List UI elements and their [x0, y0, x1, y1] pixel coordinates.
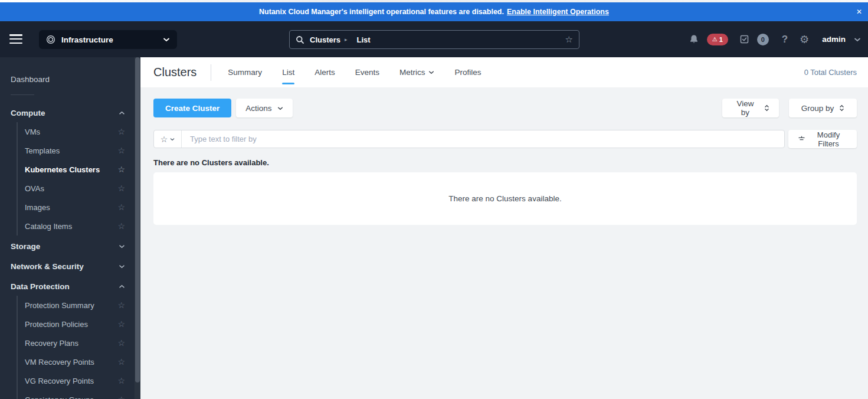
sidebar-nav: Dashboard Compute VMs ☆ Templates ☆ Kube… — [0, 57, 135, 399]
chevron-down-icon — [163, 37, 170, 42]
bell-icon[interactable] — [689, 34, 699, 44]
group-by-dropdown[interactable]: Group by — [789, 99, 857, 117]
warning-triangle-icon: ⚠ — [712, 37, 718, 42]
filter-bar: ☆ — [153, 130, 785, 148]
alerts-badge[interactable]: ⚠ 1 — [707, 34, 728, 45]
sidebar-scrollbar-thumb[interactable] — [135, 57, 140, 382]
hamburger-menu-icon[interactable] — [9, 32, 22, 45]
tasks-icon[interactable] — [740, 35, 749, 44]
tab-summary[interactable]: Summary — [228, 57, 262, 87]
page-title: Clusters — [153, 66, 196, 79]
global-search-bar[interactable]: Clusters ▸ List ☆ — [289, 30, 579, 49]
tab-events[interactable]: Events — [355, 57, 379, 87]
sidebar-item-protection-summary[interactable]: Protection Summary ☆ — [18, 296, 135, 315]
enable-intelligent-operations-link[interactable]: Enable Intelligent Operations — [507, 8, 609, 16]
favorite-star-icon[interactable]: ☆ — [117, 165, 125, 174]
search-favorite-star-icon[interactable]: ☆ — [565, 34, 573, 45]
modify-filters-button[interactable]: Modify Filters — [788, 130, 857, 148]
notification-banner: Nutanix Cloud Manager's intelligent oper… — [0, 2, 868, 21]
app-selector-label: Infrastructure — [61, 35, 113, 44]
favorite-star-icon[interactable]: ☆ — [117, 319, 125, 329]
sidebar-item-catalog-items[interactable]: Catalog Items ☆ — [18, 217, 135, 236]
chevron-down-icon — [170, 138, 175, 141]
sidebar-item-consistency-groups[interactable]: Consistency Groups ☆ — [18, 390, 135, 399]
favorite-star-icon[interactable]: ☆ — [117, 300, 125, 310]
sidebar-section-network-security[interactable]: Network & Security — [0, 257, 135, 276]
toolbar: Create Cluster Actions View by Group by — [140, 87, 868, 117]
chevron-up-icon — [119, 284, 125, 289]
tab-profiles[interactable]: Profiles — [454, 57, 481, 87]
sort-arrows-icon — [839, 104, 844, 112]
main-content: Clusters Summary List Alerts Events Metr… — [140, 57, 868, 399]
sidebar-item-label: Consistency Groups — [25, 395, 94, 399]
sidebar-item-label: Kubernetes Clusters — [25, 165, 100, 174]
sidebar-item-kubernetes-clusters[interactable]: Kubernetes Clusters ☆ — [18, 160, 135, 179]
search-breadcrumb-primary: Clusters — [310, 35, 340, 44]
tab-list[interactable]: List — [282, 57, 294, 87]
sidebar-item-vm-recovery-points[interactable]: VM Recovery Points ☆ — [18, 352, 135, 371]
section-label: Data Protection — [11, 282, 70, 291]
banner-close-icon[interactable]: ✕ — [856, 8, 862, 15]
filter-icon — [798, 135, 805, 143]
sidebar-scrollbar[interactable] — [135, 57, 140, 399]
sidebar-item-label: Dashboard — [11, 75, 50, 84]
infrastructure-icon — [46, 35, 55, 44]
sidebar-item-ovas[interactable]: OVAs ☆ — [18, 179, 135, 198]
tasks-badge[interactable]: 0 — [757, 34, 769, 45]
sidebar-item-label: Templates — [25, 146, 60, 155]
sidebar-item-label: Protection Summary — [25, 301, 94, 310]
sidebar-item-label: VM Recovery Points — [25, 358, 94, 367]
total-clusters-count: 0 Total Clusters — [804, 68, 857, 77]
banner-message: Nutanix Cloud Manager's intelligent oper… — [259, 8, 504, 16]
sidebar-section-compute[interactable]: Compute — [0, 103, 135, 122]
favorite-star-icon[interactable]: ☆ — [117, 395, 125, 399]
sidebar-item-vg-recovery-points[interactable]: VG Recovery Points ☆ — [18, 371, 135, 390]
header-icon-cluster: ⚠ 1 0 ? ⚙ admin — [689, 21, 861, 57]
sidebar-item-templates[interactable]: Templates ☆ — [18, 141, 135, 160]
sidebar-item-label: Images — [25, 203, 50, 212]
chevron-down-icon — [277, 106, 283, 110]
section-label: Compute — [11, 109, 45, 117]
sidebar-item-images[interactable]: Images ☆ — [18, 198, 135, 217]
favorite-star-icon[interactable]: ☆ — [117, 357, 125, 367]
star-icon: ☆ — [161, 135, 168, 144]
breadcrumb-arrow-icon: ▸ — [345, 37, 348, 42]
sidebar-item-label: OVAs — [25, 184, 44, 193]
chevron-down-icon — [119, 244, 125, 248]
actions-dropdown-button[interactable]: Actions — [236, 99, 292, 117]
sidebar-group-data-protection: Protection Summary ☆ Protection Policies… — [17, 296, 135, 399]
gear-icon[interactable]: ⚙ — [800, 33, 809, 46]
tasks-count: 0 — [761, 36, 765, 43]
view-by-dropdown[interactable]: View by — [722, 99, 779, 117]
section-label: Storage — [11, 242, 40, 251]
saved-filters-dropdown[interactable]: ☆ — [154, 130, 182, 148]
sidebar-item-vms[interactable]: VMs ☆ — [18, 122, 135, 141]
user-chevron-down-icon[interactable] — [854, 37, 861, 42]
favorite-star-icon[interactable]: ☆ — [117, 221, 125, 231]
sidebar-item-recovery-plans[interactable]: Recovery Plans ☆ — [18, 333, 135, 352]
chevron-down-icon — [428, 70, 434, 74]
tab-bar: Summary List Alerts Events Metrics Profi… — [228, 57, 481, 87]
tab-alerts[interactable]: Alerts — [315, 57, 335, 87]
empty-state-panel: There are no Clusters available. — [153, 172, 857, 225]
favorite-star-icon[interactable]: ☆ — [117, 338, 125, 348]
help-icon[interactable]: ? — [782, 34, 788, 45]
sidebar-item-label: VMs — [25, 127, 40, 136]
app-selector-dropdown[interactable]: Infrastructure — [39, 30, 177, 49]
favorite-star-icon[interactable]: ☆ — [117, 184, 125, 193]
tab-metrics[interactable]: Metrics — [399, 57, 435, 87]
favorite-star-icon[interactable]: ☆ — [117, 127, 125, 136]
sidebar-item-protection-policies[interactable]: Protection Policies ☆ — [18, 315, 135, 333]
user-menu[interactable]: admin — [822, 35, 846, 44]
empty-state-heading: There are no Clusters available. — [140, 148, 868, 167]
create-cluster-button[interactable]: Create Cluster — [153, 99, 231, 117]
favorite-star-icon[interactable]: ☆ — [117, 202, 125, 212]
search-icon — [296, 35, 304, 44]
sidebar-section-data-protection[interactable]: Data Protection — [0, 277, 135, 296]
sidebar-section-storage[interactable]: Storage — [0, 237, 135, 256]
filter-text-input[interactable] — [182, 135, 784, 143]
favorite-star-icon[interactable]: ☆ — [117, 376, 125, 385]
favorite-star-icon[interactable]: ☆ — [117, 146, 125, 155]
sidebar-item-dashboard[interactable]: Dashboard — [0, 70, 135, 89]
sidebar-group-compute: VMs ☆ Templates ☆ Kubernetes Clusters ☆ … — [17, 122, 135, 236]
